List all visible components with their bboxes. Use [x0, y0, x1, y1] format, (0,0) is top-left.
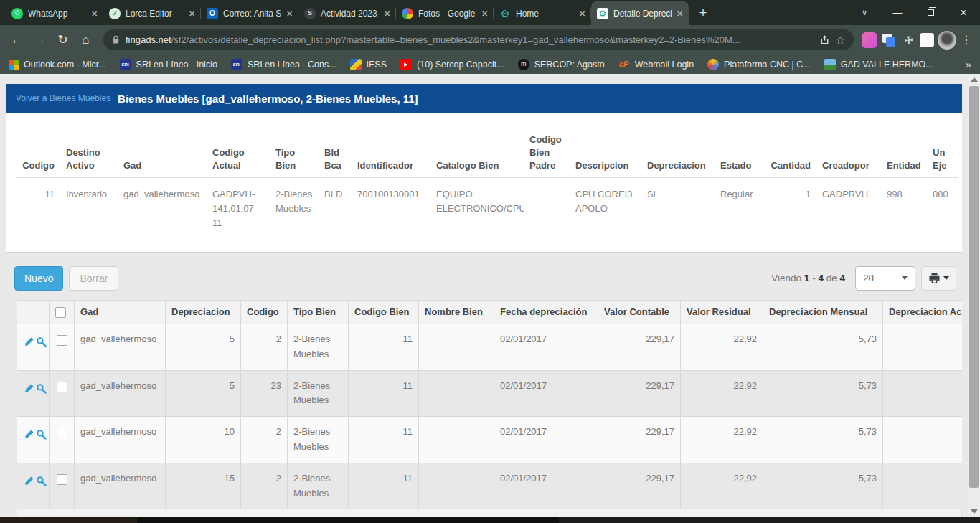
browser-tab[interactable]: ⚙Home× [494, 1, 591, 25]
bookmark-star-icon[interactable]: ☆ [836, 34, 845, 47]
page-size-select[interactable]: 20 [855, 266, 915, 291]
browser-tab[interactable]: SActividad 2023-0× [298, 1, 396, 25]
grid-column-header[interactable]: Valor Contable [598, 300, 681, 324]
tab-close-icon[interactable]: × [481, 7, 488, 19]
sort-link[interactable]: Depreciacion Acu [889, 306, 962, 317]
master-column-header: Estado [715, 113, 765, 177]
edit-pencil-icon[interactable] [23, 428, 35, 439]
view-magnifier-icon[interactable] [35, 428, 47, 439]
bookmarks-overflow-icon[interactable]: » [966, 58, 971, 70]
extension-whiteboard-icon[interactable] [920, 33, 934, 47]
borrar-button[interactable]: Borrar [69, 266, 118, 291]
grid-column-header[interactable]: Fecha depreciación [494, 300, 598, 324]
viewing-word: Viendo [771, 273, 801, 283]
tab-search-chevron-icon[interactable]: ∨ [848, 0, 881, 25]
view-magnifier-icon[interactable] [35, 475, 47, 486]
bookmark-item[interactable]: Plataforma CNC | C... [707, 59, 811, 70]
bookmark-item[interactable]: cPWebmail Login [618, 59, 694, 70]
bookmark-item[interactable]: SRISRI en Línea - Cons... [231, 59, 336, 70]
profile-avatar[interactable] [938, 31, 956, 50]
sort-link[interactable]: Gad [80, 306, 98, 317]
print-button[interactable] [921, 266, 956, 291]
tab-close-icon[interactable]: × [189, 7, 195, 19]
browser-tab[interactable]: Fotos - Google F× [396, 1, 494, 25]
extension-monica-icon[interactable] [862, 32, 877, 48]
home-icon[interactable]: ⌂ [76, 33, 95, 47]
browser-tab-active[interactable]: ⚙Detalle Deprecia× [591, 1, 689, 25]
bookmark-item[interactable]: SRISRI en Línea - Inicio [120, 59, 217, 70]
scroll-down-arrow-icon[interactable] [971, 509, 978, 514]
sort-link[interactable]: Codigo [247, 306, 279, 317]
back-icon[interactable]: ← [7, 33, 27, 47]
grid-column-header[interactable]: Gad [75, 300, 166, 324]
sort-link[interactable]: Codigo Bien [354, 306, 410, 317]
scroll-up-arrow-icon[interactable] [971, 77, 978, 82]
row-checkbox[interactable] [57, 335, 67, 346]
tab-close-icon[interactable]: × [91, 7, 98, 19]
tab-close-icon[interactable]: × [286, 7, 293, 19]
tab-close-icon[interactable]: × [384, 7, 390, 19]
close-window-button[interactable]: × [947, 0, 980, 25]
grid-cell: 11 [349, 417, 419, 463]
lock-icon[interactable] [112, 35, 120, 44]
view-magnifier-icon[interactable] [35, 382, 47, 393]
grid-column-header[interactable]: Depreciacion [166, 300, 241, 324]
reload-icon[interactable]: ↻ [53, 32, 72, 47]
share-icon[interactable] [819, 34, 830, 45]
sort-link[interactable]: Tipo Bien [293, 306, 336, 317]
master-cell: EQUIPO ELECTRONICO/CPU [430, 177, 524, 252]
select-all-checkbox[interactable] [55, 307, 66, 318]
bookmark-item[interactable]: IESS [350, 59, 387, 70]
forward-icon[interactable]: → [30, 33, 50, 47]
extension-translate-icon[interactable] [881, 32, 897, 48]
grid-column-header[interactable]: Depreciacion Mensual [763, 300, 883, 324]
address-bar[interactable]: fingads.net/sf2/activos/detalle_deprecia… [103, 29, 854, 50]
grid-column-header[interactable]: Nombre Bien [419, 300, 494, 324]
grid-column-header[interactable]: Depreciacion Acu [883, 300, 963, 324]
tab-close-icon[interactable]: × [579, 7, 585, 19]
grid-cell: 5,73 [763, 370, 883, 417]
sort-link[interactable]: Nombre Bien [425, 306, 483, 317]
view-magnifier-icon[interactable] [35, 336, 47, 347]
browser-tab[interactable]: ✓Lorca Editor — El× [103, 1, 201, 25]
iess-favicon [350, 59, 362, 70]
maximize-restore-button[interactable] [914, 0, 947, 25]
grid-column-header[interactable]: Tipo Bien [288, 300, 349, 324]
bookmark-item[interactable]: GAD VALLE HERMO... [824, 59, 933, 70]
edit-pencil-icon[interactable] [23, 382, 35, 393]
tab-title: Actividad 2023-0 [321, 9, 379, 19]
sort-link[interactable]: Valor Residual [687, 306, 751, 317]
page-content: Volver a Bienes Muebles Bienes Muebles [… [0, 74, 968, 517]
master-column-header: Creadopor [816, 113, 881, 177]
bookmark-item[interactable]: mSERCOP: Agosto [518, 59, 605, 70]
minimize-button[interactable]: — [881, 0, 914, 25]
browser-menu-icon[interactable]: ⋮ [960, 33, 973, 47]
bookmark-item[interactable]: ▶(10) Sercop Capacit... [400, 59, 504, 70]
grid-cell: 2 [241, 463, 288, 509]
grid-column-header[interactable]: Valor Residual [681, 300, 763, 324]
row-checkbox[interactable] [57, 474, 67, 485]
sort-link[interactable]: Valor Contable [604, 306, 669, 317]
grid-column-header[interactable]: Codigo [241, 300, 288, 324]
row-checkbox[interactable] [57, 428, 67, 438]
edit-pencil-icon[interactable] [23, 336, 35, 347]
sort-link[interactable]: Depreciacion [171, 306, 230, 317]
tab-close-icon[interactable]: × [677, 7, 683, 19]
extensions-puzzle-icon[interactable] [900, 32, 916, 48]
new-tab-button[interactable]: + [693, 3, 713, 23]
vertical-scrollbar[interactable] [968, 74, 980, 517]
nuevo-button[interactable]: Nuevo [14, 266, 63, 291]
edit-pencil-icon[interactable] [23, 475, 35, 486]
gphotos-favicon [402, 8, 413, 19]
browser-tab[interactable]: OCorreo: Anita Sos× [201, 1, 298, 25]
master-cell: 080 [927, 177, 958, 252]
sort-link[interactable]: Depreciacion Mensual [769, 306, 867, 317]
row-checkbox[interactable] [57, 382, 67, 392]
vertical-scrollbar-thumb[interactable] [969, 86, 979, 488]
browser-tab[interactable]: ✆WhatsApp× [6, 1, 103, 25]
volver-link[interactable]: Volver a Bienes Muebles [16, 93, 110, 103]
sort-link[interactable]: Fecha depreciación [500, 306, 587, 317]
master-header-row: CodigoDestino ActivoGadCodigo ActualTipo… [16, 113, 958, 177]
bookmark-item[interactable]: Outlook.com - Micr... [9, 60, 106, 70]
grid-column-header[interactable]: Codigo Bien [349, 300, 419, 324]
